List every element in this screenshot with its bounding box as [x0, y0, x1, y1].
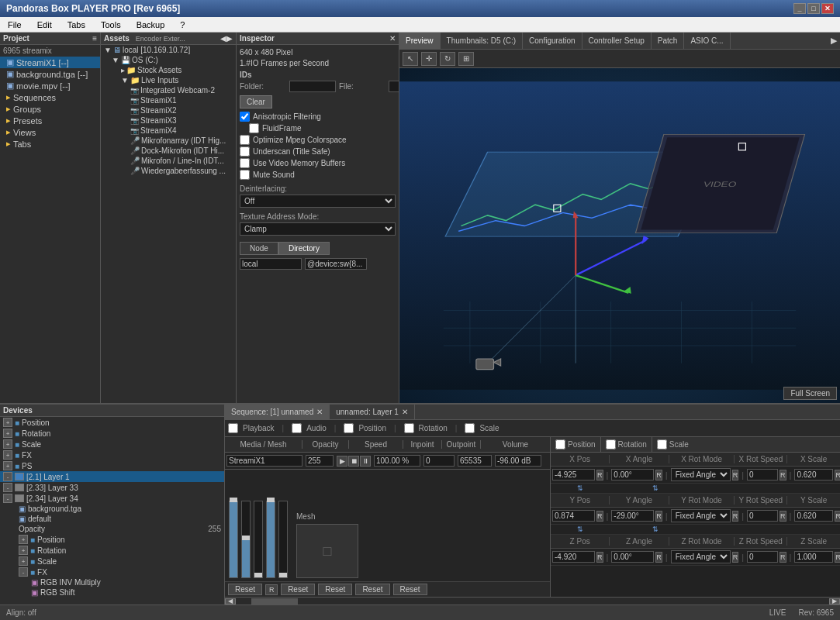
mute-sound-checkbox[interactable] [240, 170, 250, 180]
preview-tab-patch[interactable]: Patch [652, 33, 685, 49]
project-item-groups[interactable]: ▸ Groups [0, 103, 100, 115]
directory-tab[interactable]: Directory [278, 242, 330, 255]
device-rotation-sub[interactable]: + ■ Rotation [0, 545, 224, 556]
ps-expand[interactable]: + [3, 461, 12, 470]
menu-help[interactable]: ? [175, 19, 189, 31]
video-memory-checkbox[interactable] [240, 158, 250, 168]
sequence-scrollbar[interactable]: ◀ ▶ [225, 597, 840, 604]
device-fx-sub[interactable]: - ■ FX [0, 567, 224, 577]
asset-dock-mikrofon[interactable]: 🎤 Dock-Mikrofon (IDT Hi... [101, 146, 236, 156]
stop-button[interactable]: ⏹ [348, 456, 359, 467]
inspector-file-input[interactable] [389, 81, 399, 92]
inspector-node-input[interactable] [240, 258, 302, 270]
x-scale-r-btn[interactable]: R [835, 470, 840, 480]
scale-checkbox[interactable] [465, 423, 475, 433]
cursor-tool-btn[interactable]: ↖ [403, 52, 418, 66]
layer34-expand[interactable]: - [3, 494, 12, 503]
menu-backup[interactable]: Backup [132, 19, 170, 31]
asset-mikrofon-linein[interactable]: 🎤 Mikrofon / Line-In (IDT... [101, 156, 236, 166]
z-angle-input[interactable] [611, 551, 654, 563]
y-scale-input[interactable] [794, 510, 833, 522]
playback-enabled-checkbox[interactable] [228, 423, 238, 433]
reset-btn-3[interactable]: Reset [318, 584, 352, 595]
node-tab[interactable]: Node [240, 242, 278, 255]
asset-os-drive[interactable]: ▼ 💾 OS (C:) [101, 55, 236, 65]
inspector-clear-button[interactable]: Clear [240, 95, 272, 108]
texture-select[interactable]: Clamp [240, 222, 396, 236]
device-rgb-shift[interactable]: ▣ RGB Shift [0, 587, 224, 598]
asset-streamix4[interactable]: 📷 StreamiX4 [101, 126, 236, 136]
reset-btn-1[interactable]: Reset [228, 584, 262, 595]
r-btn-1[interactable]: R [265, 584, 278, 595]
preview-tabs-nav[interactable]: ▶ [828, 36, 840, 46]
x-rot-mode-select[interactable]: Fixed Angle [671, 468, 731, 481]
fx-sub-expand[interactable]: - [19, 567, 28, 577]
z-pos-input[interactable] [552, 551, 595, 563]
scale-sub-expand[interactable]: + [19, 556, 28, 566]
position-enabled[interactable] [555, 439, 565, 450]
deinterlacing-select[interactable]: Off [240, 195, 396, 208]
project-item-sequences[interactable]: ▸ Sequences [0, 91, 100, 103]
underscan-checkbox[interactable] [240, 146, 250, 157]
media-mesh-input[interactable] [226, 455, 302, 467]
close-button[interactable]: ✕ [821, 3, 834, 14]
project-item-streamix1[interactable]: ▣ StreamiX1 [--] [0, 57, 100, 68]
volume-slider[interactable] [278, 501, 288, 578]
inspector-close-icon[interactable]: ✕ [389, 34, 396, 43]
layer1-expand[interactable]: - [3, 472, 12, 481]
menu-tabs[interactable]: Tabs [63, 19, 90, 31]
reset-btn-4[interactable]: Reset [355, 584, 389, 595]
asset-mikrofonarray[interactable]: 🎤 Mikrofonarray (IDT Hig... [101, 136, 236, 146]
outpoint-slider[interactable] [266, 501, 275, 578]
project-item-presets[interactable]: ▸ Presets [0, 115, 100, 126]
fx-expand[interactable]: + [3, 450, 12, 460]
inpoint-slider[interactable] [254, 501, 263, 578]
assets-nav-right[interactable]: ▶ [226, 34, 233, 43]
y-scale-r-btn[interactable]: R [835, 511, 840, 522]
y-rot-speed-r-btn[interactable]: R [780, 511, 786, 522]
menu-edit[interactable]: Edit [33, 19, 57, 31]
y-rot-mode-r-btn[interactable]: R [732, 511, 739, 522]
asset-live-inputs[interactable]: ▼ 📁 Live Inputs [101, 75, 236, 85]
x-angle-r-btn[interactable]: R [655, 470, 662, 480]
layer-tab-close[interactable]: ✕ [402, 408, 408, 416]
scale-expand[interactable]: + [3, 439, 12, 449]
y-rot-speed-input[interactable] [747, 510, 778, 522]
x-rot-speed-r-btn[interactable]: R [780, 470, 786, 480]
minimize-button[interactable]: _ [793, 3, 806, 14]
asset-streamix2[interactable]: 📷 StreamiX2 [101, 105, 236, 115]
z-rot-mode-r-btn[interactable]: R [732, 552, 739, 563]
play-button[interactable]: ▶ [337, 456, 347, 467]
maximize-button[interactable]: □ [807, 3, 820, 14]
position-checkbox[interactable] [344, 423, 354, 433]
z-scale-input[interactable] [794, 551, 833, 563]
asset-streamix1[interactable]: 📷 StreamiX1 [101, 95, 236, 105]
device-layer34[interactable]: - [2.34] Layer 34 [0, 493, 224, 504]
x-scale-input[interactable] [794, 469, 833, 480]
device-scale-sub[interactable]: + ■ Scale [0, 556, 224, 567]
asset-integrated-webcam[interactable]: 📷 Integrated Webcam-2 [101, 85, 236, 95]
reset-btn-2[interactable]: Reset [281, 584, 315, 595]
layer33-expand[interactable]: - [3, 483, 12, 492]
rotation-enabled[interactable] [606, 439, 616, 450]
inspector-directory-input[interactable] [305, 258, 367, 270]
scale-enabled[interactable] [657, 439, 667, 450]
sequence-tab[interactable]: Sequence: [1] unnamed ✕ [225, 405, 330, 419]
fit-tool-btn[interactable]: ⊞ [458, 52, 474, 66]
y-pos-r-btn[interactable]: R [596, 511, 603, 522]
project-item-views[interactable]: ▸ Views [0, 126, 100, 138]
device-layer1[interactable]: - [2.1] Layer 1 [0, 471, 224, 482]
device-ps[interactable]: + ■ PS [0, 460, 224, 471]
z-pos-r-btn[interactable]: R [596, 552, 603, 563]
z-rot-speed-input[interactable] [747, 551, 778, 563]
anisotropic-checkbox[interactable] [240, 112, 250, 122]
device-position[interactable]: + ■ Position [0, 417, 224, 428]
device-default[interactable]: ▣ default [0, 514, 224, 524]
device-background-tga[interactable]: ▣ background.tga [0, 504, 224, 514]
position-expand[interactable]: + [3, 418, 12, 427]
y-rot-mode-select[interactable]: Fixed Angle [671, 509, 731, 522]
outpoint-input[interactable] [458, 455, 492, 467]
volume-input[interactable] [495, 455, 541, 467]
scroll-left-btn[interactable]: ◀ [225, 598, 236, 604]
y-pos-input[interactable] [552, 510, 595, 522]
